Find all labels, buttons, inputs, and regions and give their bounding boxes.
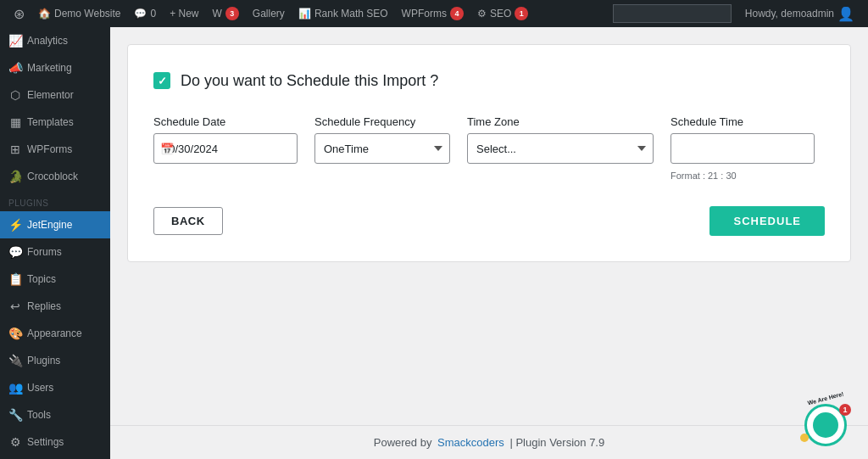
schedule-checkbox[interactable] xyxy=(153,72,170,89)
gallery-button[interactable]: Gallery xyxy=(246,0,292,27)
tools-label: Tools xyxy=(27,409,51,421)
forums-icon: 💬 xyxy=(8,245,22,259)
back-button[interactable]: BACK xyxy=(153,207,223,235)
footer: Powered by Smackcoders | Plugin Version … xyxy=(110,425,868,459)
timezone-group: Time Zone Select... xyxy=(467,115,654,164)
schedule-date-input[interactable] xyxy=(153,133,298,164)
sidebar: 📈 Analytics 📣 Marketing ⬡ Elementor ▦ Te… xyxy=(0,27,110,459)
templates-icon: ▦ xyxy=(8,115,22,129)
schedule-date-group: Schedule Date 📅 xyxy=(153,115,298,164)
home-icon: 🏠 xyxy=(38,8,51,20)
admin-bar: ⊛ 🏠 Demo Website 💬 0 + New W 3 Gallery 📊… xyxy=(0,0,868,27)
sidebar-item-replies[interactable]: ↩ Replies xyxy=(0,293,110,320)
schedule-frequency-group: Schedule Frequency OneTime Daily Weekly … xyxy=(314,115,450,164)
schedule-frequency-select[interactable]: OneTime Daily Weekly Monthly xyxy=(314,133,450,164)
settings-label: Settings xyxy=(27,436,64,448)
users-icon: 👥 xyxy=(8,381,22,395)
avatar-icon: 👤 xyxy=(837,6,854,22)
comments-count: 0 xyxy=(150,8,156,20)
gallery-label: Gallery xyxy=(253,8,285,20)
howdy-button[interactable]: Howdy, demoadmin 👤 xyxy=(738,0,861,27)
rank-math-button[interactable]: 📊 Rank Math SEO xyxy=(292,0,395,27)
timezone-select[interactable]: Select... xyxy=(467,133,654,164)
comments-button[interactable]: 💬 0 xyxy=(127,0,163,27)
sidebar-item-tools[interactable]: 🔧 Tools xyxy=(0,401,110,428)
comment-icon: 💬 xyxy=(134,8,147,20)
button-row: BACK SCHEDULE xyxy=(153,206,825,236)
new-button[interactable]: + New xyxy=(163,0,205,27)
sidebar-item-topics[interactable]: 📋 Topics xyxy=(0,266,110,293)
users-label: Users xyxy=(27,382,53,394)
topics-icon: 📋 xyxy=(8,272,22,286)
sidebar-item-templates[interactable]: ▦ Templates xyxy=(0,109,110,136)
schedule-question: Do you want to Schedule this Import ? xyxy=(181,70,438,92)
seo-count: 1 xyxy=(515,7,528,20)
appearance-label: Appearance xyxy=(27,327,82,339)
analytics-icon: 📈 xyxy=(8,34,22,48)
company-link[interactable]: Smackcoders xyxy=(437,436,504,449)
plugins-label: Plugins xyxy=(27,355,60,367)
wpforms-sidebar-label: WPForms xyxy=(27,143,72,155)
sidebar-item-allinoneseo[interactable]: ⊙ All in One SEO xyxy=(0,456,110,459)
appearance-icon: 🎨 xyxy=(8,327,22,340)
site-name-button[interactable]: 🏠 Demo Website xyxy=(31,0,127,27)
plugins-section-label: PLUGINS xyxy=(0,190,110,211)
marketing-icon: 📣 xyxy=(8,61,22,75)
sidebar-item-settings[interactable]: ⚙ Settings xyxy=(0,428,110,456)
settings-icon: ⚙ xyxy=(8,435,22,449)
schedule-form-row: Schedule Date 📅 Schedule Frequency OneTi… xyxy=(153,115,825,181)
sidebar-item-users[interactable]: 👥 Users xyxy=(0,374,110,401)
wp-badge-count: 3 xyxy=(225,7,239,20)
topics-label: Topics xyxy=(27,273,56,285)
crocoblock-icon: 🐊 xyxy=(8,170,22,183)
elementor-icon: ⬡ xyxy=(8,88,22,102)
wpforms-label: WPForms xyxy=(402,8,447,20)
jetengine-icon: ⚡ xyxy=(8,218,22,232)
schedule-button[interactable]: SCHEDULE xyxy=(709,206,825,236)
sidebar-item-analytics[interactable]: 📈 Analytics xyxy=(0,27,110,54)
schedule-time-input[interactable] xyxy=(670,133,815,164)
schedule-header: Do you want to Schedule this Import ? xyxy=(153,70,825,92)
time-format-hint: Format : 21 : 30 xyxy=(670,171,815,181)
seo-label: SEO xyxy=(490,8,511,20)
howdy-text: Howdy, demoadmin xyxy=(745,8,834,20)
sidebar-item-appearance[interactable]: 🎨 Appearance xyxy=(0,320,110,347)
wpforms-count: 4 xyxy=(450,7,464,20)
date-input-wrapper: 📅 xyxy=(153,133,298,164)
admin-search-input[interactable] xyxy=(613,4,732,23)
wp-icon: ⊛ xyxy=(14,6,25,22)
wp-logo-button[interactable]: ⊛ xyxy=(7,0,31,27)
powered-by-text: Powered by xyxy=(374,436,432,449)
templates-label: Templates xyxy=(27,116,74,128)
content-area: Do you want to Schedule this Import ? Sc… xyxy=(110,27,868,425)
wp-badge-button[interactable]: W 3 xyxy=(206,0,246,27)
tools-icon: 🔧 xyxy=(8,408,22,422)
sidebar-item-wpforms[interactable]: ⊞ WPForms xyxy=(0,136,110,163)
sidebar-item-elementor[interactable]: ⬡ Elementor xyxy=(0,81,110,109)
replies-label: Replies xyxy=(27,300,61,312)
sidebar-item-jetengine[interactable]: ⚡ JetEngine xyxy=(0,211,110,238)
wpforms-sidebar-icon: ⊞ xyxy=(8,143,22,156)
replies-icon: ↩ xyxy=(8,299,22,313)
jetengine-label: JetEngine xyxy=(27,219,72,231)
wpforms-button[interactable]: WPForms 4 xyxy=(395,0,470,27)
new-label: + New xyxy=(170,8,198,20)
seo-icon: ⚙ xyxy=(477,8,487,20)
marketing-label: Marketing xyxy=(27,62,72,74)
version-text: | Plugin Version 7.9 xyxy=(509,436,604,449)
schedule-time-group: Schedule Time Format : 21 : 30 xyxy=(670,115,815,181)
sidebar-item-marketing[interactable]: 📣 Marketing xyxy=(0,54,110,81)
sidebar-item-forums[interactable]: 💬 Forums xyxy=(0,238,110,266)
seo-button[interactable]: ⚙ SEO 1 xyxy=(470,0,535,27)
forums-label: Forums xyxy=(27,246,62,258)
crocoblock-label: Crocoblock xyxy=(27,171,78,182)
rank-math-icon: 📊 xyxy=(298,8,311,20)
main-layout: 📈 Analytics 📣 Marketing ⬡ Elementor ▦ Te… xyxy=(0,27,868,459)
main-content: Do you want to Schedule this Import ? Sc… xyxy=(110,27,868,459)
sidebar-item-plugins[interactable]: 🔌 Plugins xyxy=(0,347,110,374)
wp-badge-icon: W xyxy=(213,8,222,20)
sidebar-item-crocoblock[interactable]: 🐊 Crocoblock xyxy=(0,163,110,190)
schedule-frequency-label: Schedule Frequency xyxy=(314,115,450,128)
plugins-icon: 🔌 xyxy=(8,354,22,367)
timezone-label: Time Zone xyxy=(467,115,654,128)
